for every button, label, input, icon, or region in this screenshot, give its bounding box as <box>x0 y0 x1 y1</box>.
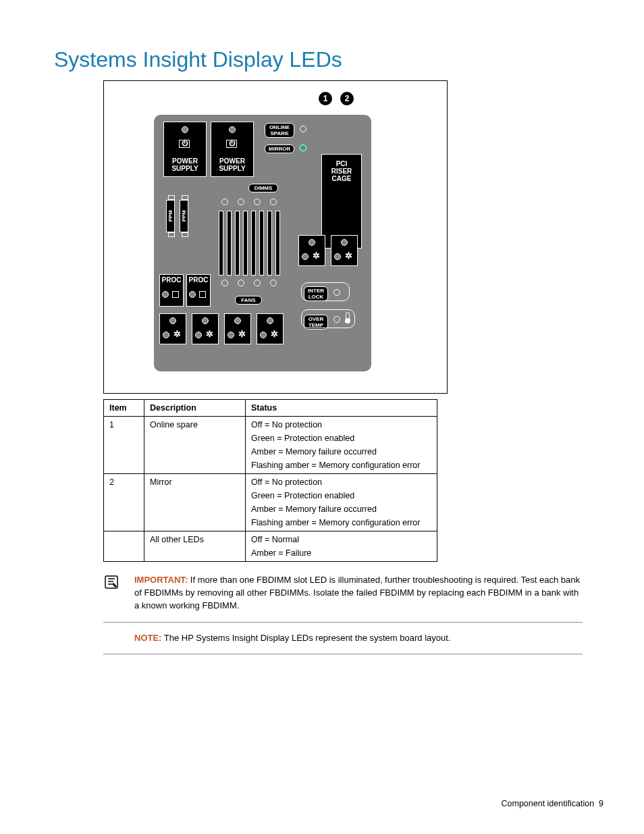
pci-riser-cage: PCIRISERCAGE <box>321 154 362 249</box>
table-header-row: Item Description Status <box>104 400 437 417</box>
online-spare-pill: ONLINESPARE <box>265 123 294 138</box>
cell-desc: All other LEDs <box>144 531 246 562</box>
panel-board: POWERSUPPLY POWERSUPPLY ONLINESPARE MIRR… <box>154 115 371 371</box>
ps2-label: POWERSUPPLY <box>211 157 253 172</box>
overtemp-group <box>301 309 355 328</box>
fans-pill: FANS <box>235 296 262 305</box>
important-text: IMPORTANT: If more than one FBDIMM slot … <box>134 574 583 613</box>
page-title: Systems Insight Display LEDs <box>54 47 610 72</box>
fan-2 <box>192 313 219 344</box>
proc-2: PROC <box>186 274 211 307</box>
dimm-led <box>270 199 277 205</box>
cpu-icon <box>172 291 179 298</box>
ps1-label: POWERSUPPLY <box>164 157 206 172</box>
dimm-slot <box>275 211 280 276</box>
footer-page: 9 <box>599 799 603 808</box>
cell-desc: Mirror <box>144 474 246 531</box>
fan-led <box>169 317 176 324</box>
fan-3 <box>224 313 251 344</box>
proc2-led <box>189 291 196 298</box>
footer-section: Component identification <box>502 799 595 808</box>
cell-item: 1 <box>104 417 144 474</box>
dimm-slot <box>259 211 264 276</box>
fan-5 <box>298 235 325 266</box>
mirror-led <box>300 145 306 151</box>
dimm-slot <box>235 211 240 276</box>
power-supply-2: POWERSUPPLY <box>211 122 254 177</box>
dimm-led <box>221 280 228 286</box>
col-item: Item <box>104 400 144 417</box>
cell-item <box>104 531 144 562</box>
proc-1: PROC <box>159 274 184 307</box>
status-line: Green = Protection enabled <box>251 434 431 443</box>
ppm-2: PPM <box>180 200 188 232</box>
fan-led <box>202 317 209 324</box>
cell-status: Off = No protection Green = Protection e… <box>246 474 437 531</box>
page-footer: Component identification 9 <box>502 799 604 808</box>
status-line: Off = No protection <box>251 420 431 429</box>
led-diagram: 1 2 POWERSUPPLY POWERSUPPLY ONLINESPARE … <box>103 80 448 394</box>
fan-1 <box>159 313 186 344</box>
col-status: Status <box>246 400 437 417</box>
cell-status: Off = No protection Green = Protection e… <box>246 417 437 474</box>
note-block: NOTE: The HP Systems Insight Display LED… <box>103 632 583 654</box>
dimm-slot <box>219 211 223 276</box>
dimm-led <box>254 199 261 205</box>
table-row: All other LEDs Off = Normal Amber = Fail… <box>104 531 437 562</box>
note-label: NOTE: <box>134 633 161 643</box>
dimm-slot <box>267 211 272 276</box>
cell-item: 2 <box>104 474 144 531</box>
status-line: Green = Protection enabled <box>251 491 431 500</box>
proc-label: PROC <box>187 275 210 284</box>
mirror-pill: MIRROR <box>265 145 294 153</box>
dimm-led <box>221 199 228 205</box>
fan-icon <box>175 332 182 338</box>
online-spare-led <box>300 126 306 132</box>
note-icon <box>103 574 122 613</box>
status-line: Flashing amber = Memory configuration er… <box>251 518 431 527</box>
proc1-led <box>162 291 169 298</box>
dimm-led <box>238 280 244 286</box>
fan-led <box>341 239 348 246</box>
callout-1: 1 <box>319 92 332 105</box>
status-line: Amber = Memory failure occurred <box>251 447 431 457</box>
fan-led <box>267 317 273 324</box>
cell-desc: Online spare <box>144 417 246 474</box>
fan-6 <box>331 235 358 266</box>
status-line: Off = Normal <box>251 535 431 544</box>
fan-icon <box>272 332 279 338</box>
fan-led <box>260 332 267 338</box>
ps1-led <box>182 126 188 133</box>
table-row: 1 Online spare Off = No protection Green… <box>104 417 437 474</box>
status-line: Off = No protection <box>251 477 431 487</box>
pci-label: PCIRISERCAGE <box>322 160 361 182</box>
cell-status: Off = Normal Amber = Failure <box>246 531 437 562</box>
important-note: IMPORTANT: If more than one FBDIMM slot … <box>103 574 583 623</box>
fan-icon <box>207 332 214 338</box>
fan-led <box>334 253 341 260</box>
status-line: Flashing amber = Memory configuration er… <box>251 461 431 470</box>
ppm-label: PPM <box>181 210 187 221</box>
fan-icon <box>314 253 321 260</box>
interlock-group <box>301 282 350 301</box>
power-icon <box>226 140 237 148</box>
dimm-led <box>270 280 277 286</box>
fan-icon <box>240 332 246 338</box>
note-body: The HP Systems Insight Display LEDs repr… <box>164 633 451 643</box>
dimm-slot <box>251 211 256 276</box>
col-description: Description <box>144 400 246 417</box>
table-row: 2 Mirror Off = No protection Green = Pro… <box>104 474 437 531</box>
status-line: Amber = Failure <box>251 548 431 558</box>
dimm-slot <box>227 211 232 276</box>
fan-led <box>234 317 241 324</box>
fan-led <box>195 332 202 338</box>
fan-led <box>163 332 169 338</box>
dimms-pill: DIMMS <box>248 184 278 192</box>
fan-led <box>227 332 234 338</box>
status-line: Amber = Memory failure occurred <box>251 504 431 514</box>
fan-led <box>302 253 308 260</box>
dimm-led <box>238 199 244 205</box>
fan-led <box>308 239 315 246</box>
fan-icon <box>346 253 353 260</box>
power-supply-1: POWERSUPPLY <box>163 122 207 177</box>
